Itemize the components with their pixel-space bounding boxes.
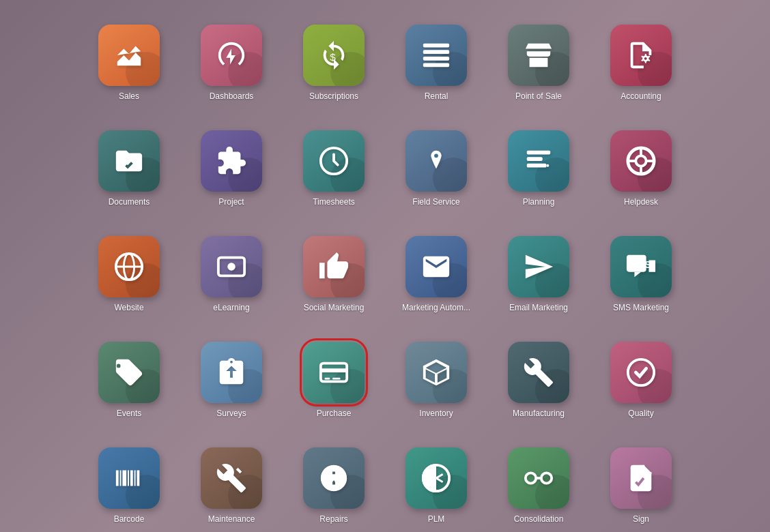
svg-rect-4 — [423, 63, 449, 68]
svg-point-7 — [434, 154, 438, 158]
app-icon-project — [201, 130, 262, 192]
app-icon-rental — [405, 25, 467, 86]
app-label-rental: Rental — [425, 91, 448, 102]
app-label-manufacturing: Manufacturing — [513, 409, 565, 419]
app-item-sms-marketing[interactable]: SMSSMS Marketing — [597, 218, 685, 314]
app-item-quality[interactable]: Quality — [597, 324, 685, 419]
app-icon-surveys — [201, 342, 262, 403]
app-item-email-marketing[interactable]: Email Marketing — [494, 218, 583, 314]
app-item-planning[interactable]: Planning — [494, 113, 583, 208]
svg-rect-2 — [423, 50, 449, 55]
app-label-maintenance: Maintenance — [208, 514, 255, 525]
app-label-subscriptions: Subscriptions — [309, 91, 358, 102]
app-label-quality: Quality — [628, 409, 653, 419]
app-label-barcode: Barcode — [114, 514, 145, 525]
app-label-dashboards: Dashboards — [210, 91, 254, 102]
app-icon-documents — [98, 130, 160, 192]
svg-rect-1 — [423, 44, 449, 48]
app-icon-field-service — [405, 130, 467, 192]
app-label-website: Website — [114, 303, 143, 314]
app-item-rental[interactable]: Rental — [392, 7, 481, 102]
app-icon-accounting — [610, 25, 672, 86]
app-icon-point-of-sale — [508, 25, 569, 86]
app-item-dashboards[interactable]: Dashboards — [187, 7, 276, 102]
app-item-project[interactable]: Project — [187, 113, 276, 208]
app-item-inventory[interactable]: Inventory — [392, 324, 481, 419]
svg-point-11 — [547, 164, 550, 167]
app-icon-inventory — [405, 342, 467, 403]
app-icon-maintenance — [201, 447, 262, 509]
app-item-timesheets[interactable]: Timesheets — [289, 113, 378, 208]
app-item-maintenance[interactable]: Maintenance — [187, 430, 276, 525]
app-grid: SalesDashboards$SubscriptionsRentalPoint… — [71, 0, 699, 532]
app-item-documents[interactable]: Documents — [85, 113, 173, 208]
app-label-sales: Sales — [119, 91, 139, 102]
app-item-elearning[interactable]: eLearning — [187, 218, 276, 314]
app-label-elearning: eLearning — [213, 303, 249, 314]
app-icon-subscriptions: $ — [303, 25, 365, 86]
app-icon-events — [98, 342, 160, 403]
app-label-planning: Planning — [523, 197, 555, 208]
app-icon-plm — [405, 447, 467, 509]
app-item-repairs[interactable]: Repairs — [289, 430, 378, 525]
app-label-marketing-autom: Marketing Autom... — [402, 303, 470, 314]
app-icon-email-marketing — [508, 236, 569, 297]
app-icon-elearning — [201, 236, 262, 297]
app-icon-purchase — [303, 342, 365, 403]
svg-rect-9 — [527, 158, 543, 162]
app-item-plm[interactable]: PLM — [392, 430, 481, 525]
app-label-timesheets: Timesheets — [313, 197, 355, 208]
app-item-manufacturing[interactable]: Manufacturing — [494, 324, 583, 419]
svg-point-32 — [526, 473, 536, 484]
app-item-consolidation[interactable]: Consolidation — [494, 430, 583, 525]
svg-point-13 — [636, 156, 646, 166]
app-item-marketing-autom[interactable]: Marketing Autom... — [392, 218, 481, 314]
app-label-sms-marketing: SMS Marketing — [613, 303, 669, 314]
app-item-surveys[interactable]: Surveys — [187, 324, 276, 419]
app-item-website[interactable]: Website — [85, 218, 173, 314]
app-item-purchase[interactable]: Purchase — [289, 324, 378, 419]
app-label-sign: Sign — [633, 514, 649, 525]
app-label-inventory: Inventory — [419, 409, 453, 419]
app-icon-marketing-autom — [405, 236, 467, 297]
app-item-subscriptions[interactable]: $Subscriptions — [289, 7, 378, 102]
app-item-sales[interactable]: Sales — [85, 7, 173, 102]
app-icon-manufacturing — [508, 342, 569, 403]
app-item-point-of-sale[interactable]: Point of Sale — [494, 7, 583, 102]
svg-rect-10 — [527, 164, 547, 168]
app-label-social-marketing: Social Marketing — [304, 303, 365, 314]
svg-rect-3 — [423, 57, 449, 61]
app-icon-quality — [610, 342, 672, 403]
app-label-plm: PLM — [428, 514, 445, 525]
svg-rect-26 — [321, 369, 347, 373]
svg-text:SMS: SMS — [630, 259, 652, 270]
app-item-field-service[interactable]: Field Service — [392, 113, 481, 208]
app-icon-sales — [98, 25, 160, 86]
svg-rect-28 — [332, 378, 341, 380]
app-label-documents: Documents — [109, 197, 150, 208]
app-icon-planning — [508, 130, 569, 192]
app-icon-timesheets — [303, 130, 365, 192]
app-item-sign[interactable]: Sign — [597, 430, 685, 525]
app-label-surveys: Surveys — [216, 409, 246, 419]
app-label-field-service: Field Service — [412, 197, 459, 208]
app-item-helpdesk[interactable]: Helpdesk — [597, 113, 685, 208]
app-label-project: Project — [218, 197, 244, 208]
app-icon-repairs — [303, 447, 365, 509]
app-item-accounting[interactable]: Accounting — [597, 7, 685, 102]
app-label-point-of-sale: Point of Sale — [515, 91, 562, 102]
app-label-helpdesk: Helpdesk — [624, 197, 658, 208]
app-icon-website — [98, 236, 160, 297]
app-item-barcode[interactable]: Barcode — [85, 430, 173, 525]
app-label-consolidation: Consolidation — [514, 514, 564, 525]
app-item-social-marketing[interactable]: Social Marketing — [289, 218, 378, 314]
svg-rect-27 — [325, 378, 330, 380]
app-icon-sms-marketing: SMS — [610, 236, 672, 297]
app-label-email-marketing: Email Marketing — [509, 303, 568, 314]
app-icon-social-marketing — [303, 236, 365, 297]
app-item-events[interactable]: Events — [85, 324, 173, 419]
app-label-repairs: Repairs — [319, 514, 347, 525]
app-icon-dashboards — [201, 25, 262, 86]
app-icon-sign — [610, 447, 672, 509]
app-icon-consolidation — [508, 447, 569, 509]
